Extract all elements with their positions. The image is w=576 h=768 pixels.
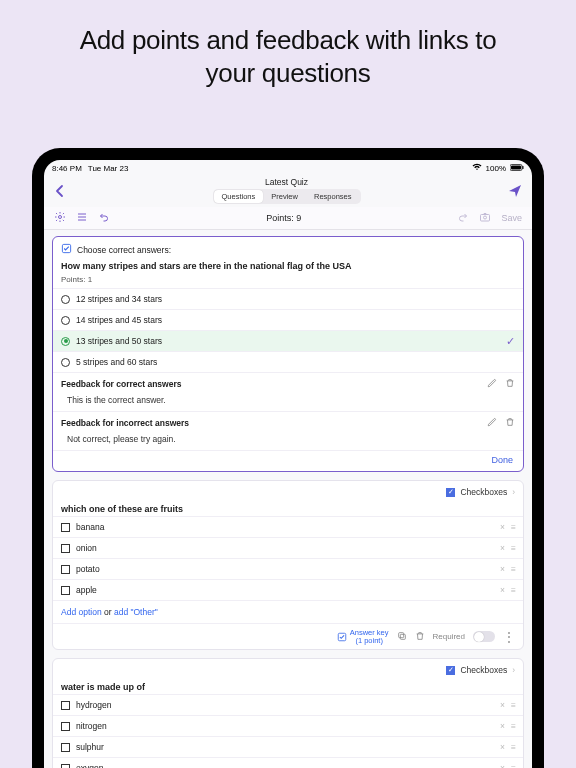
correct-check-icon: ✓: [506, 335, 515, 348]
svg-rect-4: [481, 215, 490, 222]
undo-icon[interactable]: [98, 211, 110, 225]
add-option-link[interactable]: Add option: [61, 607, 102, 617]
question-points[interactable]: Points: 1: [53, 273, 523, 288]
remove-option-icon[interactable]: ×: [500, 742, 505, 752]
status-date: Tue Mar 23: [88, 164, 129, 173]
required-label: Required: [433, 632, 465, 641]
save-button[interactable]: Save: [501, 213, 522, 223]
remove-option-icon[interactable]: ×: [500, 585, 505, 595]
checkbox-type-icon: [446, 488, 455, 497]
nav-header: Latest Quiz Questions Preview Responses: [44, 175, 532, 207]
option-row[interactable]: sulphur × ≡: [53, 736, 523, 757]
remove-option-icon[interactable]: ×: [500, 543, 505, 553]
edit-icon[interactable]: [487, 378, 497, 390]
drag-handle-icon[interactable]: ≡: [511, 543, 515, 553]
question-type-label: Checkboxes: [460, 487, 507, 497]
option-label: apple: [76, 585, 97, 595]
edit-icon[interactable]: [487, 417, 497, 429]
feedback-incorrect-title: Feedback for incorrect answers: [61, 418, 189, 428]
option-row[interactable]: apple × ≡: [53, 579, 523, 600]
option-row[interactable]: onion × ≡: [53, 537, 523, 558]
option-label: banana: [76, 522, 104, 532]
or-text: or: [102, 607, 114, 617]
drag-handle-icon[interactable]: ≡: [511, 700, 515, 710]
remove-option-icon[interactable]: ×: [500, 763, 505, 768]
question-text[interactable]: water is made up of: [53, 677, 523, 694]
duplicate-icon[interactable]: [397, 631, 407, 643]
done-button[interactable]: Done: [491, 455, 513, 465]
send-button[interactable]: [508, 184, 522, 198]
radio-icon-selected: [61, 337, 70, 346]
content-area: Choose correct answers: How many stripes…: [44, 230, 532, 768]
back-button[interactable]: [54, 184, 65, 198]
wifi-icon: [472, 163, 482, 173]
drag-handle-icon[interactable]: ≡: [511, 585, 515, 595]
tabs: Questions Preview Responses: [213, 189, 361, 204]
list-icon[interactable]: [76, 211, 88, 225]
option-row[interactable]: 5 stripes and 60 stars: [53, 351, 523, 372]
option-row[interactable]: oxygen × ≡: [53, 757, 523, 768]
answer-key-button[interactable]: Answer key(1 point): [337, 629, 389, 644]
checkbox-icon: [61, 544, 70, 553]
chevron-right-icon: ›: [512, 665, 515, 675]
question-footer: Answer key(1 point) Required ⋮: [53, 623, 523, 649]
option-row[interactable]: 14 stripes and 45 stars: [53, 309, 523, 330]
delete-icon[interactable]: [505, 378, 515, 390]
option-row[interactable]: nitrogen × ≡: [53, 715, 523, 736]
svg-rect-8: [400, 634, 405, 639]
option-row[interactable]: potato × ≡: [53, 558, 523, 579]
checkbox-icon: [61, 764, 70, 769]
question-card-2: Checkboxes › which one of these are frui…: [52, 480, 524, 650]
option-label: oxygen: [76, 763, 103, 768]
remove-option-icon[interactable]: ×: [500, 721, 505, 731]
remove-option-icon[interactable]: ×: [500, 700, 505, 710]
remove-option-icon[interactable]: ×: [500, 564, 505, 574]
points-total: Points: 9: [266, 213, 301, 223]
checkbox-type-icon: [446, 666, 455, 675]
page-title: Latest Quiz: [65, 177, 508, 187]
question-text[interactable]: which one of these are fruits: [53, 499, 523, 516]
camera-icon[interactable]: [479, 211, 491, 225]
required-toggle[interactable]: [473, 631, 495, 642]
remove-option-icon[interactable]: ×: [500, 522, 505, 532]
question-type-selector[interactable]: Checkboxes ›: [53, 659, 523, 677]
settings-icon[interactable]: [54, 211, 66, 225]
tablet-frame: 8:46 PM Tue Mar 23 100% Latest Quiz: [32, 148, 544, 768]
tab-questions[interactable]: Questions: [214, 190, 264, 203]
drag-handle-icon[interactable]: ≡: [511, 742, 515, 752]
tab-responses[interactable]: Responses: [306, 190, 360, 203]
svg-rect-9: [398, 632, 403, 637]
option-row-correct[interactable]: 13 stripes and 50 stars ✓: [53, 330, 523, 351]
checkbox-icon: [61, 586, 70, 595]
question-type-label: Checkboxes: [460, 665, 507, 675]
add-other-link[interactable]: add "Other": [114, 607, 158, 617]
option-label: 12 stripes and 34 stars: [76, 294, 162, 304]
tab-preview[interactable]: Preview: [263, 190, 306, 203]
answer-key-icon: [61, 243, 72, 256]
feedback-correct-body[interactable]: This is the correct answer.: [53, 392, 523, 411]
radio-icon: [61, 358, 70, 367]
option-row[interactable]: hydrogen × ≡: [53, 694, 523, 715]
option-row[interactable]: banana × ≡: [53, 516, 523, 537]
battery-icon: [510, 164, 524, 173]
editor-toolbar: Points: 9 Save: [44, 207, 532, 230]
svg-point-5: [484, 216, 487, 219]
screen: 8:46 PM Tue Mar 23 100% Latest Quiz: [44, 160, 532, 768]
feedback-incorrect-body[interactable]: Not correct, please try again.: [53, 431, 523, 450]
drag-handle-icon[interactable]: ≡: [511, 564, 515, 574]
drag-handle-icon[interactable]: ≡: [511, 721, 515, 731]
drag-handle-icon[interactable]: ≡: [511, 522, 515, 532]
svg-rect-2: [522, 166, 523, 169]
status-bar: 8:46 PM Tue Mar 23 100%: [44, 160, 532, 175]
question-type-selector[interactable]: Checkboxes ›: [53, 481, 523, 499]
delete-icon[interactable]: [415, 631, 425, 643]
redo-icon[interactable]: [457, 211, 469, 225]
svg-point-3: [59, 216, 62, 219]
question-text[interactable]: How many stripes and stars are there in …: [53, 256, 523, 273]
drag-handle-icon[interactable]: ≡: [511, 763, 515, 768]
option-label: 5 stripes and 60 stars: [76, 357, 157, 367]
option-label: hydrogen: [76, 700, 111, 710]
status-time: 8:46 PM: [52, 164, 82, 173]
option-row[interactable]: 12 stripes and 34 stars: [53, 288, 523, 309]
delete-icon[interactable]: [505, 417, 515, 429]
